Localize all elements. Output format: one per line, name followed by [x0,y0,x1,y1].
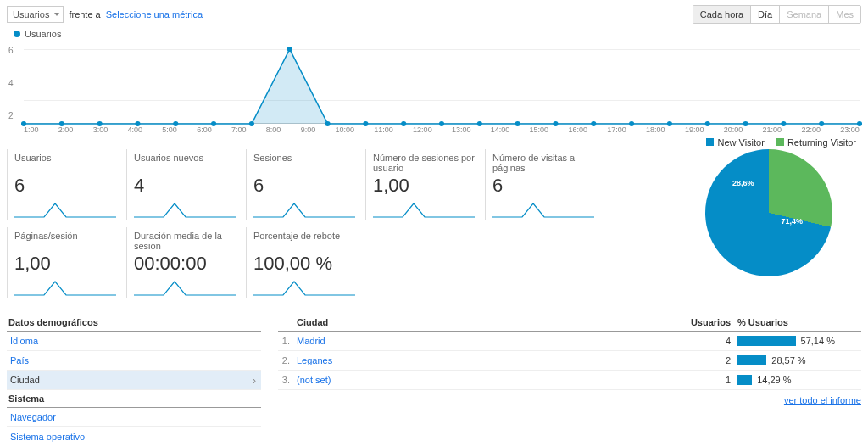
xtick: 18:00 [646,125,665,134]
col-dim[interactable]: Ciudad [293,314,675,332]
svg-point-7 [287,47,292,52]
legend-dot-icon [14,31,20,37]
svg-point-15 [591,121,596,126]
xtick: 15:00 [530,125,549,134]
svg-point-12 [477,121,482,126]
dimensions-sidebar: Datos demográficos IdiomaPaísCiudad Sist… [7,314,261,446]
pie-legend-new: New Visitor [706,137,764,148]
svg-point-1 [59,121,64,126]
scorecard-label: Usuarios [14,153,120,173]
scorecard-label: Número de sesiones por usuario [373,153,478,173]
xtick: 19:00 [685,125,704,134]
xtick: 3:00 [93,125,108,134]
svg-point-11 [439,121,444,126]
ytick: 4 [8,79,14,88]
xtick: 17:00 [607,125,626,134]
sidebar-item-navegador[interactable]: Navegador [7,408,261,427]
xtick: 13:00 [452,125,471,134]
svg-point-10 [401,121,406,126]
metric-dropdown[interactable]: Usuarios [7,6,64,23]
svg-point-0 [21,121,26,126]
scorecard[interactable]: Usuarios nuevos4 [126,149,246,220]
table-row: 2.Leganes228,57 % [278,351,861,371]
users-value: 1 [675,371,734,390]
users-value: 2 [675,351,734,371]
svg-point-9 [363,121,368,126]
xtick: 6:00 [197,125,212,134]
ytick: 2 [8,111,14,120]
scorecards: Usuarios6Usuarios nuevos4Sesiones6Número… [7,149,659,298]
xtick: 5:00 [162,125,177,134]
granularity-week[interactable]: Semana [780,6,829,23]
svg-point-5 [211,121,216,126]
col-pct[interactable]: % Usuarios [734,314,861,332]
city-link[interactable]: (not set) [297,375,331,385]
scorecard-value: 6 [492,173,598,197]
xtick: 9:00 [301,125,316,134]
square-icon [776,138,784,146]
svg-point-14 [553,121,558,126]
pct-value: 28,57 % [771,355,805,365]
scorecard-value: 4 [134,173,239,197]
scorecard-value: 00:00:00 [134,251,239,275]
visitor-pie-chart: 71,4% 28,6% [705,149,832,276]
xtick: 14:00 [491,125,510,134]
granularity-hour[interactable]: Cada hora [693,6,751,23]
sidebar-item-país[interactable]: País [7,351,261,371]
pie-slice-label-new: 71,4% [781,217,803,226]
xtick: 11:00 [374,125,393,134]
pie-legend-new-label: New Visitor [717,137,764,148]
granularity-toggle[interactable]: Cada hora Día Semana Mes [693,5,861,24]
ytick: 6 [8,46,14,55]
svg-point-4 [173,121,178,126]
sidebar-heading-system: Sistema [7,390,261,408]
xtick: 4:00 [127,125,142,134]
xtick: 23:00 [840,125,860,134]
scorecard[interactable]: Usuarios6 [7,149,126,220]
pie-legend-returning: Returning Visitor [776,137,856,148]
vs-label: frente a [69,9,100,20]
xtick: 8:00 [266,125,281,134]
sidebar-item-sistema-operativo[interactable]: Sistema operativo [7,427,261,446]
scorecard[interactable]: Sesiones6 [246,149,365,220]
svg-point-6 [249,121,254,126]
svg-point-17 [667,121,672,126]
sidebar-item-ciudad[interactable]: Ciudad [7,371,261,390]
city-link[interactable]: Madrid [297,336,326,346]
col-users[interactable]: Usuarios [675,314,734,332]
scorecard-label: Usuarios nuevos [134,153,239,173]
full-report-link[interactable]: ver todo el informe [784,395,861,405]
svg-point-22 [857,121,862,126]
pct-bar [737,355,766,365]
xtick: 12:00 [413,125,432,134]
pct-bar [737,336,796,346]
scorecard-label: Páginas/sesión [14,231,120,251]
scorecard-label: Número de visitas a páginas [492,153,598,173]
chart-series-label: Usuarios [25,29,61,39]
svg-point-16 [629,121,634,126]
line-chart: 6 4 2 [0,39,868,124]
scorecard[interactable]: Número de sesiones por usuario1,00 [365,149,485,220]
scorecard[interactable]: Páginas/sesión1,00 [7,227,126,298]
scorecard-label: Duración media de la sesión [134,231,239,251]
select-metric-link[interactable]: Seleccione una métrica [106,9,203,20]
scorecard-value: 6 [14,173,120,197]
sidebar-item-idioma[interactable]: Idioma [7,332,261,351]
svg-point-19 [743,121,748,126]
chart-series-legend: Usuarios [14,29,61,39]
scorecard[interactable]: Duración media de la sesión00:00:00 [126,227,246,298]
xtick: 2:00 [58,125,74,134]
scorecard[interactable]: Porcentaje de rebote100,00 % [246,227,365,298]
xtick: 7:00 [231,125,247,134]
granularity-month[interactable]: Mes [829,6,860,23]
scorecard[interactable]: Número de visitas a páginas6 [485,149,604,220]
scorecard-value: 1,00 [14,251,120,275]
svg-point-18 [705,121,710,126]
granularity-day[interactable]: Día [751,6,780,23]
svg-point-8 [325,121,330,126]
table-row: 3.(not set)114,29 % [278,371,861,390]
svg-point-3 [135,121,140,126]
square-icon [706,138,714,146]
city-link[interactable]: Leganes [297,355,332,365]
pct-value: 14,29 % [757,375,791,385]
